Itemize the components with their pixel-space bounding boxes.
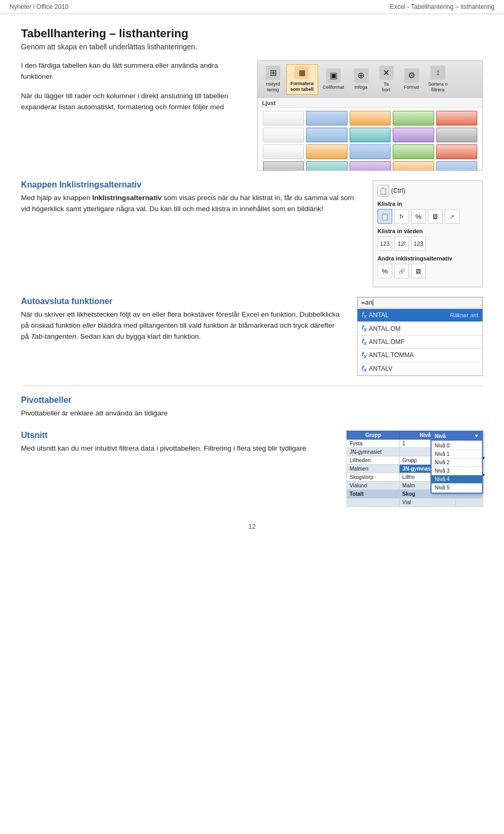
pivottabeller-body: Pivottabeller är enklare att använda än … bbox=[21, 408, 483, 419]
autocomplete-screenshot: =an fx ANTAL Räknar ant fx ANTAL.OM fx A… bbox=[357, 297, 483, 376]
table-style-19 bbox=[393, 161, 434, 170]
ribbon-style-label: Ljust bbox=[258, 98, 482, 108]
paste-val-btn-3[interactable]: 123 bbox=[411, 236, 426, 251]
fx-icon-antalOmf: fx bbox=[362, 338, 367, 346]
slicer-niva-header: Nivå ▼ bbox=[432, 432, 482, 441]
table-style-10 bbox=[436, 128, 477, 142]
pivot-cell: Malmen bbox=[347, 464, 400, 473]
autocomplete-item-antalOmf[interactable]: fx ANTAL.OMF bbox=[358, 336, 482, 349]
slicer-niva-item-5[interactable]: Nivå 5 bbox=[432, 484, 482, 492]
slicer-niva-item-1[interactable]: Nivå 1 bbox=[432, 450, 482, 458]
paste-val-btn-2[interactable]: 12f bbox=[394, 236, 409, 251]
ribbon-icon-cellformat: ▣ bbox=[326, 68, 341, 83]
autoavsluta-body: När du skriver ett likhetstecken följt a… bbox=[21, 309, 344, 342]
table-style-16 bbox=[263, 161, 304, 170]
table-style-5 bbox=[436, 111, 477, 126]
inklistering-body: Med hjälp av knappen Inklistringsalterna… bbox=[21, 193, 360, 215]
slicer-niva-title: Nivå bbox=[435, 433, 446, 439]
paste-btn-5[interactable]: ↗ bbox=[445, 209, 459, 224]
paste-btn-3[interactable]: % bbox=[411, 209, 426, 224]
table-style-2 bbox=[306, 111, 347, 126]
table-style-6 bbox=[263, 128, 304, 142]
table-style-8 bbox=[350, 128, 391, 142]
ribbon-btn-format: ⚙ Format bbox=[400, 64, 424, 95]
page-content: Tabellhantering – listhantering Genom at… bbox=[0, 14, 504, 551]
pivot-wrapper: Grupp Nivå 4 Totalt Fysta 1 1 JN-gymnasi… bbox=[346, 431, 483, 507]
ribbon-toolbar: ⊞ rsstyrdtering ▦ Formaterasom tabell ▣ … bbox=[258, 61, 482, 98]
autocomplete-label-antalOmf: ANTAL.OMF bbox=[369, 338, 405, 346]
paste-btn-1[interactable]: 📋 bbox=[377, 209, 392, 224]
section-utsnitt: Utsnitt Med utsnitt kan du mer intuitivt… bbox=[21, 431, 483, 507]
table-style-3 bbox=[350, 111, 391, 126]
paste-and-btn-3[interactable]: 🖼 bbox=[411, 264, 426, 278]
ribbon-image: ⊞ rsstyrdtering ▦ Formaterasom tabell ▣ … bbox=[257, 60, 483, 171]
section-autoavsluta: Autoavsluta funktioner När du skriver et… bbox=[21, 297, 483, 376]
pivot-cell: Lillheden bbox=[347, 456, 400, 464]
pivot-cell: Vial bbox=[400, 498, 456, 506]
slicer-niva-items: Nivå 0 Nivå 1 Nivå 2 Nivå 3 Nivå 4 Nivå … bbox=[432, 441, 482, 493]
page-title: Tabellhantering – listhantering bbox=[21, 27, 483, 40]
ribbon-table-grid bbox=[258, 108, 482, 170]
paste-val-btn-1[interactable]: 123 bbox=[377, 236, 392, 251]
paste-screenshot: 📋 (Ctrl) Klistra in 📋 fx % 🖼 ↗ Klistra i… bbox=[373, 180, 483, 287]
ribbon-icon-tabort: ✕ bbox=[379, 66, 394, 80]
intro-body: I den färdiga tabellen kan du lätt summe… bbox=[21, 60, 245, 82]
slicer-niva-item-3[interactable]: Nivå 3 bbox=[432, 467, 482, 475]
autocomplete-item-antalOm[interactable]: fx ANTAL.OM bbox=[358, 322, 482, 335]
slicer-niva-item-2[interactable]: Nivå 2 bbox=[432, 458, 482, 467]
section-intro: I den färdiga tabellen kan du lätt summe… bbox=[21, 60, 483, 171]
paste-image: 📋 (Ctrl) Klistra in 📋 fx % 🖼 ↗ Klistra i… bbox=[373, 180, 483, 287]
autoavsluta-heading: Autoavsluta funktioner bbox=[21, 297, 344, 306]
page-number: 12 bbox=[21, 523, 483, 530]
ribbon-icon-infoga: ⊕ bbox=[354, 68, 369, 83]
utsnitt-text: Utsnitt Med utsnitt kan du mer intuitivt… bbox=[21, 431, 334, 454]
ribbon-btn-formatera[interactable]: ▦ Formaterasom tabell bbox=[286, 64, 318, 95]
table-style-13 bbox=[350, 144, 391, 159]
autocomplete-item-antal[interactable]: fx ANTAL Räknar ant bbox=[358, 309, 482, 322]
fx-icon-antalOm: fx bbox=[362, 324, 367, 332]
section-pivottabeller: Pivottabeller Pivottabeller är enklare a… bbox=[21, 395, 483, 419]
paste-and-btn-1[interactable]: % bbox=[377, 264, 392, 278]
page-header: Nyheter i Office 2010 Excel - Tabellhant… bbox=[0, 0, 504, 14]
utsnitt-heading: Utsnitt bbox=[21, 431, 334, 440]
ribbon-btn-tabort: ✕ Tabort bbox=[374, 64, 398, 95]
fx-icon-antal: fx bbox=[362, 311, 367, 319]
paste-and-btn-2[interactable]: 🔗 bbox=[394, 264, 409, 278]
pivottabeller-heading: Pivottabeller bbox=[21, 395, 483, 405]
ribbon-btn-cellformat: ▣ Cellformat bbox=[319, 64, 348, 95]
utsnitt-body: Med utsnitt kan du mer intuitivt filtrer… bbox=[21, 443, 334, 454]
table-style-11 bbox=[263, 144, 304, 159]
table-style-15 bbox=[436, 144, 477, 159]
pivot-col-grupp: Grupp bbox=[347, 431, 400, 439]
paste-klistra-icons: 📋 fx % 🖼 ↗ bbox=[377, 209, 478, 224]
paste-btn-2[interactable]: fx bbox=[394, 209, 409, 224]
autocomplete-item-antalTomma[interactable]: fx ANTAL.TOMMA bbox=[358, 349, 482, 362]
page-subtitle: Genom att skapa en tabell underlättas li… bbox=[21, 43, 483, 51]
table-row: Vial bbox=[347, 498, 483, 506]
ribbon-btn-infoga: ⊕ Infoga bbox=[349, 64, 373, 95]
paste-ctrl-label: (Ctrl) bbox=[391, 187, 405, 194]
section-inklistering: Knappen Inklistringsalternativ Med hjälp… bbox=[21, 180, 483, 287]
inklistering-text: Knappen Inklistringsalternativ Med hjälp… bbox=[21, 180, 360, 215]
paste-ctrl-row: 📋 (Ctrl) bbox=[377, 185, 478, 196]
paste-klistra-label: Klistra in bbox=[377, 201, 478, 207]
paste-clipboard-icon: 📋 bbox=[377, 185, 389, 196]
slicer-niva-item-4[interactable]: Nivå 4 bbox=[432, 475, 482, 484]
pivot-cell: JN-gymnasiet bbox=[347, 447, 400, 456]
ribbon-screenshot: ⊞ rsstyrdtering ▦ Formaterasom tabell ▣ … bbox=[257, 60, 483, 171]
paste-btn-4[interactable]: 🖼 bbox=[428, 209, 443, 224]
pivot-cell bbox=[455, 498, 482, 506]
pivot-cell: Skogstorp bbox=[347, 473, 400, 481]
slicer-niva-item-0[interactable]: Nivå 0 bbox=[432, 442, 482, 450]
fx-icon-antalTomma: fx bbox=[362, 351, 367, 359]
autocomplete-label-antal: ANTAL bbox=[369, 311, 389, 319]
autocomplete-item-antalv[interactable]: fx ANTALV bbox=[358, 362, 482, 376]
ribbon-icon-format: ⚙ bbox=[404, 68, 419, 83]
slicer-niva[interactable]: Nivå ▼ Nivå 0 Nivå 1 Nivå 2 Nivå 3 Nivå … bbox=[430, 431, 483, 494]
rader-body: När du lägger till rader och kolumner i … bbox=[21, 91, 245, 113]
header-left: Nyheter i Office 2010 bbox=[9, 3, 69, 11]
paste-andra-label: Andra inklistringsalternativ bbox=[377, 255, 478, 262]
table-style-1 bbox=[263, 111, 304, 126]
table-style-18 bbox=[350, 161, 391, 170]
paste-varden-icons: 123 12f 123 bbox=[377, 236, 478, 251]
